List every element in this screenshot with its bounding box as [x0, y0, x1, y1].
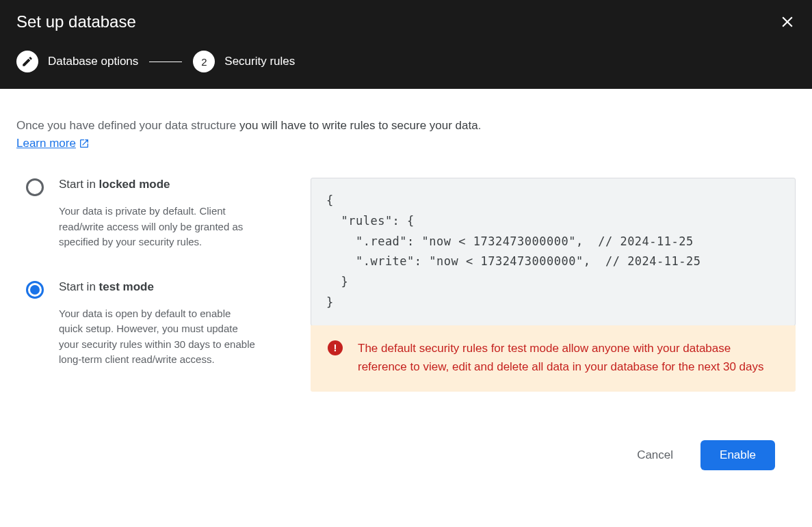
learn-more-link[interactable]: Learn more [16, 137, 90, 150]
step-security-rules[interactable]: 2 Security rules [193, 51, 295, 72]
step-2-label: Security rules [224, 55, 295, 68]
dialog-content: Once you have defined your data structur… [0, 89, 812, 487]
external-link-icon [79, 138, 90, 149]
option-test-desc: Your data is open by default to enable q… [59, 306, 270, 368]
step-connector [149, 62, 182, 62]
dialog-header: Set up database Database options 2 Secur… [0, 0, 812, 89]
dialog-title: Set up database [16, 12, 796, 31]
dialog-footer: Cancel Enable [16, 418, 796, 470]
warning-icon: ! [328, 340, 343, 355]
option-locked-bold: locked mode [99, 178, 170, 191]
pencil-icon [21, 55, 34, 68]
learn-more-text: Learn more [16, 137, 76, 150]
option-test-text: Start in test mode Your data is open by … [59, 280, 270, 368]
option-test-bold: test mode [99, 280, 154, 293]
radio-locked[interactable] [26, 178, 44, 196]
option-locked-prefix: Start in [59, 178, 99, 191]
intro-plain: Once you have defined your data structur… [16, 119, 239, 132]
radio-test[interactable] [26, 281, 44, 299]
rules-code-preview: { "rules": { ".read": "now < 17324730000… [311, 178, 796, 326]
stepper: Database options 2 Security rules [16, 51, 796, 72]
step-database-options[interactable]: Database options [16, 51, 138, 72]
code-column: { "rules": { ".read": "now < 17324730000… [311, 178, 796, 392]
option-locked-mode[interactable]: Start in locked mode Your data is privat… [26, 178, 270, 250]
option-test-title: Start in test mode [59, 280, 270, 294]
step-1-label: Database options [48, 55, 138, 68]
warning-box: ! The default security rules for test mo… [311, 325, 796, 392]
step-2-number: 2 [193, 51, 215, 72]
cancel-button[interactable]: Cancel [618, 440, 692, 470]
option-locked-text: Start in locked mode Your data is privat… [59, 178, 270, 250]
close-button[interactable] [776, 11, 798, 33]
option-locked-desc: Your data is private by default. Client … [59, 204, 270, 250]
warning-text: The default security rules for test mode… [358, 339, 778, 376]
step-1-icon [16, 51, 38, 72]
intro-suffix: . [478, 119, 482, 132]
option-test-prefix: Start in [59, 280, 99, 293]
enable-button[interactable]: Enable [700, 440, 775, 470]
intro-bold: you will have to write rules to secure y… [239, 119, 478, 132]
option-test-mode[interactable]: Start in test mode Your data is open by … [26, 280, 270, 368]
close-icon [778, 13, 796, 31]
option-locked-title: Start in locked mode [59, 178, 270, 191]
body-row: Start in locked mode Your data is privat… [16, 178, 796, 398]
intro-text: Once you have defined your data structur… [16, 119, 796, 133]
options-column: Start in locked mode Your data is privat… [16, 178, 270, 398]
